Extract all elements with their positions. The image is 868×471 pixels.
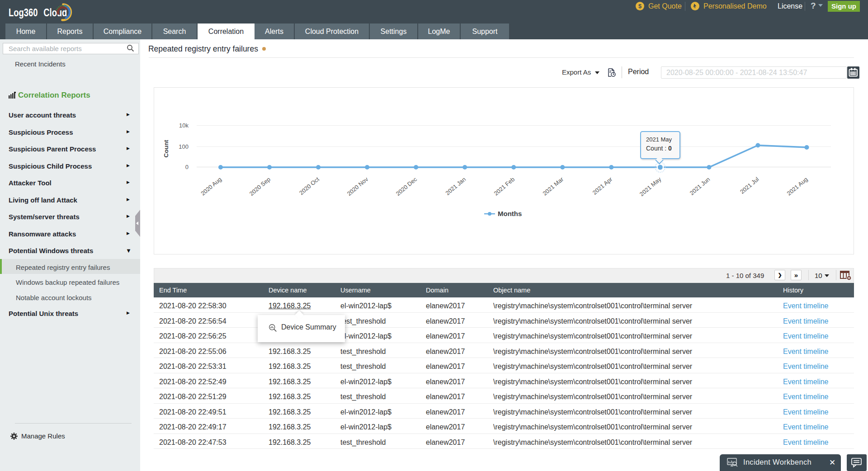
svg-text:100: 100 bbox=[179, 143, 189, 150]
svg-text:2021 Jun: 2021 Jun bbox=[689, 176, 712, 197]
svg-text:2020 Nov: 2020 Nov bbox=[346, 175, 370, 197]
svg-text:2021 Apr: 2021 Apr bbox=[591, 175, 614, 196]
svg-text:2020 Oct: 2020 Oct bbox=[298, 176, 321, 197]
svg-text:2021 Aug: 2021 Aug bbox=[786, 176, 809, 197]
svg-text:2021 May: 2021 May bbox=[638, 175, 663, 198]
svg-text:0: 0 bbox=[185, 164, 189, 170]
svg-text:2021 Jan: 2021 Jan bbox=[444, 176, 467, 197]
svg-text:2020 Sep: 2020 Sep bbox=[248, 176, 272, 197]
svg-text:2021 Mar: 2021 Mar bbox=[541, 175, 565, 197]
svg-text:2021 Feb: 2021 Feb bbox=[492, 176, 516, 197]
svg-text:10k: 10k bbox=[179, 122, 189, 129]
svg-text:2021 Jul: 2021 Jul bbox=[739, 176, 760, 195]
svg-text:2020 Dec: 2020 Dec bbox=[395, 175, 419, 197]
svg-text:Count: Count bbox=[163, 140, 170, 157]
svg-text:2020 Aug: 2020 Aug bbox=[199, 176, 223, 197]
